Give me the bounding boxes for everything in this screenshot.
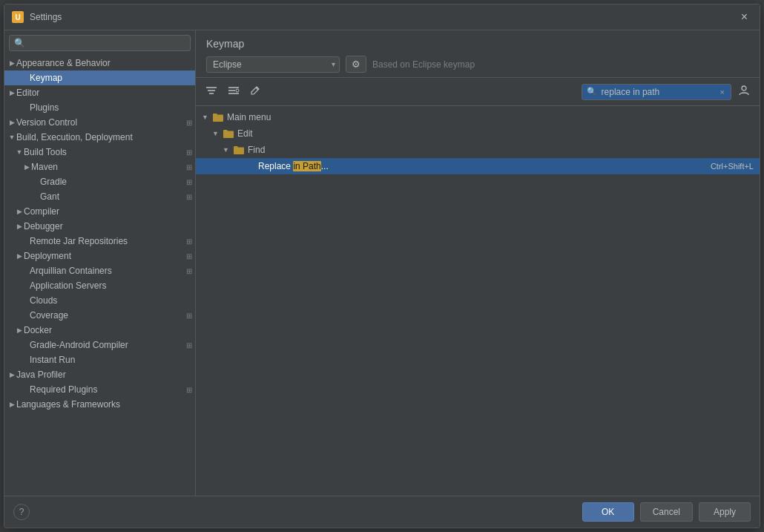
sidebar-item-languages-frameworks[interactable]: ▶ Languages & Frameworks <box>4 397 195 412</box>
arrow-icon: ▶ <box>7 89 16 96</box>
add-icon: ⊞ <box>186 119 192 127</box>
sidebar-item-deployment[interactable]: ▶ Deployment ⊞ <box>4 249 195 263</box>
search-person-button[interactable] <box>734 82 754 101</box>
action-icon <box>243 161 255 171</box>
sidebar-item-plugins[interactable]: Plugins <box>4 100 195 115</box>
add-icon: ⊞ <box>186 193 192 201</box>
sidebar-item-label: Gant <box>40 191 59 202</box>
add-icon: ⊞ <box>186 237 192 246</box>
sidebar-item-application-servers[interactable]: Application Servers <box>4 278 195 293</box>
sidebar-item-label: Compiler <box>24 206 59 217</box>
arrow-icon: ▼ <box>7 134 16 141</box>
km-label: Edit <box>237 128 754 139</box>
sidebar-item-coverage[interactable]: Coverage ⊞ <box>4 308 195 323</box>
sidebar-item-gant[interactable]: Gant ⊞ <box>4 189 195 204</box>
gear-button[interactable]: ⚙ <box>346 56 366 73</box>
keymap-row: Eclipse Default Mac OS X Emacs ⚙ Based o… <box>206 56 749 73</box>
km-row-find[interactable]: ▼ Find <box>196 142 760 158</box>
km-row-replace-in-path[interactable]: Replace in Path... Ctrl+Shift+L <box>196 158 760 174</box>
help-button[interactable]: ? <box>13 504 30 520</box>
sidebar-search-input[interactable] <box>28 38 185 48</box>
search-field: 🔍 × <box>582 84 731 100</box>
edit-button[interactable] <box>246 83 264 100</box>
sidebar-item-compiler[interactable]: ▶ Compiler <box>4 204 195 219</box>
add-icon: ⊞ <box>186 312 192 320</box>
add-icon: ⊞ <box>186 341 192 349</box>
filter2-icon <box>228 85 240 98</box>
filter2-button[interactable] <box>224 83 243 100</box>
sidebar-item-label: Gradle <box>40 177 67 187</box>
sidebar-item-appearance-behavior[interactable]: ▶ Appearance & Behavior <box>4 56 195 70</box>
sidebar-item-label: Application Servers <box>30 280 106 291</box>
filter-button[interactable] <box>202 83 221 100</box>
sidebar-item-label: Debugger <box>24 221 63 231</box>
sidebar-item-label: Clouds <box>30 295 57 306</box>
highlight-text: in Path <box>293 161 320 171</box>
km-row-edit[interactable]: ▼ Edit <box>196 125 760 142</box>
sidebar-item-docker[interactable]: ▶ Docker <box>4 323 195 338</box>
sidebar-item-label: Build Tools <box>24 147 67 157</box>
sidebar-item-remote-jar[interactable]: Remote Jar Repositories ⊞ <box>4 234 195 249</box>
add-icon: ⊞ <box>186 178 192 186</box>
toolbar-row: 🔍 × <box>196 78 760 106</box>
sidebar-item-java-profiler[interactable]: ▶ Java Profiler <box>4 367 195 382</box>
arrow-icon: ▶ <box>15 223 24 230</box>
sidebar-search-icon: 🔍 <box>14 38 25 48</box>
filter-icon <box>205 85 217 98</box>
keymap-tree: ▼ Main menu ▼ Edi <box>196 106 760 496</box>
sidebar-item-label: Instant Run <box>30 355 75 365</box>
sidebar-item-label: Java Profiler <box>16 370 66 380</box>
keymap-select-wrapper: Eclipse Default Mac OS X Emacs <box>206 56 340 73</box>
add-icon: ⊞ <box>186 252 192 260</box>
cancel-button[interactable]: Cancel <box>640 502 693 522</box>
ok-button[interactable]: OK <box>582 502 634 522</box>
km-label: Find <box>248 145 754 155</box>
arrow-icon: ▶ <box>15 326 24 334</box>
sidebar-item-label: Keymap <box>30 73 62 83</box>
bottom-bar: ? OK Cancel Apply <box>4 496 760 528</box>
km-label: Replace in Path... <box>258 161 711 171</box>
main-panel: Keymap Eclipse Default Mac OS X Emacs ⚙ … <box>196 30 760 496</box>
close-button[interactable]: × <box>737 9 752 25</box>
add-icon: ⊞ <box>186 148 192 157</box>
sidebar-item-editor[interactable]: ▶ Editor <box>4 85 195 100</box>
sidebar: 🔍 ▶ Appearance & Behavior Keymap ▶ Edito… <box>4 30 196 496</box>
sidebar-tree: ▶ Appearance & Behavior Keymap ▶ Editor … <box>4 56 195 496</box>
km-shortcut: Ctrl+Shift+L <box>711 162 754 171</box>
edit-icon <box>250 85 260 98</box>
content-area: 🔍 ▶ Appearance & Behavior Keymap ▶ Edito… <box>4 30 760 496</box>
sidebar-item-label: Remote Jar Repositories <box>30 236 128 246</box>
km-label: Main menu <box>227 112 754 122</box>
sidebar-item-instant-run[interactable]: Instant Run <box>4 352 195 367</box>
sidebar-item-label: Maven <box>31 162 58 172</box>
arrow-icon: ▼ <box>212 130 223 137</box>
panel-header: Keymap Eclipse Default Mac OS X Emacs ⚙ … <box>196 30 760 78</box>
keymap-search-input[interactable] <box>600 86 719 98</box>
sidebar-search-box[interactable]: 🔍 <box>9 35 191 51</box>
sidebar-item-arquillian[interactable]: Arquillian Containers ⊞ <box>4 263 195 278</box>
arrow-icon: ▶ <box>7 371 16 378</box>
sidebar-item-maven[interactable]: ▶ Maven ⊞ <box>4 160 195 174</box>
clear-search-button[interactable]: × <box>719 88 726 96</box>
sidebar-item-build-execution[interactable]: ▼ Build, Execution, Deployment <box>4 130 195 145</box>
sidebar-item-label: Build, Execution, Deployment <box>16 132 133 142</box>
gear-icon: ⚙ <box>352 59 360 70</box>
apply-button[interactable]: Apply <box>699 502 751 522</box>
search-magnifier-icon: 🔍 <box>587 87 597 96</box>
sidebar-item-clouds[interactable]: Clouds <box>4 293 195 308</box>
sidebar-item-debugger[interactable]: ▶ Debugger <box>4 219 195 234</box>
sidebar-item-gradle[interactable]: Gradle ⊞ <box>4 174 195 189</box>
sidebar-item-label: Gradle-Android Compiler <box>30 340 128 350</box>
add-icon: ⊞ <box>186 267 192 275</box>
sidebar-item-label: Version Control <box>16 117 77 128</box>
keymap-select[interactable]: Eclipse Default Mac OS X Emacs <box>206 56 340 73</box>
sidebar-item-gradle-android[interactable]: Gradle-Android Compiler ⊞ <box>4 338 195 352</box>
sidebar-item-label: Appearance & Behavior <box>16 58 111 68</box>
sidebar-item-required-plugins[interactable]: Required Plugins ⊞ <box>4 382 195 397</box>
sidebar-item-keymap[interactable]: Keymap <box>4 70 195 85</box>
folder-icon <box>212 112 224 122</box>
app-icon: U <box>12 11 24 23</box>
sidebar-item-version-control[interactable]: ▶ Version Control ⊞ <box>4 115 195 130</box>
sidebar-item-build-tools[interactable]: ▼ Build Tools ⊞ <box>4 145 195 160</box>
km-row-main-menu[interactable]: ▼ Main menu <box>196 109 760 125</box>
